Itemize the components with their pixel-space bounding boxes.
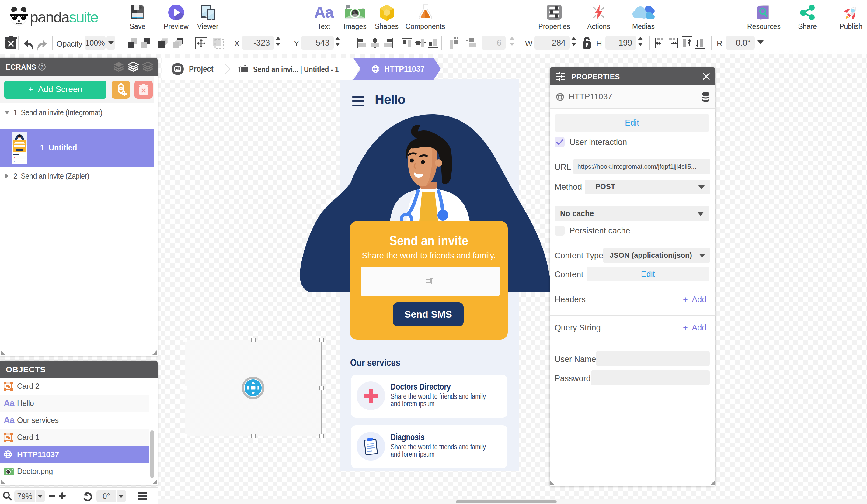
svg-text:?: ?	[41, 64, 43, 69]
